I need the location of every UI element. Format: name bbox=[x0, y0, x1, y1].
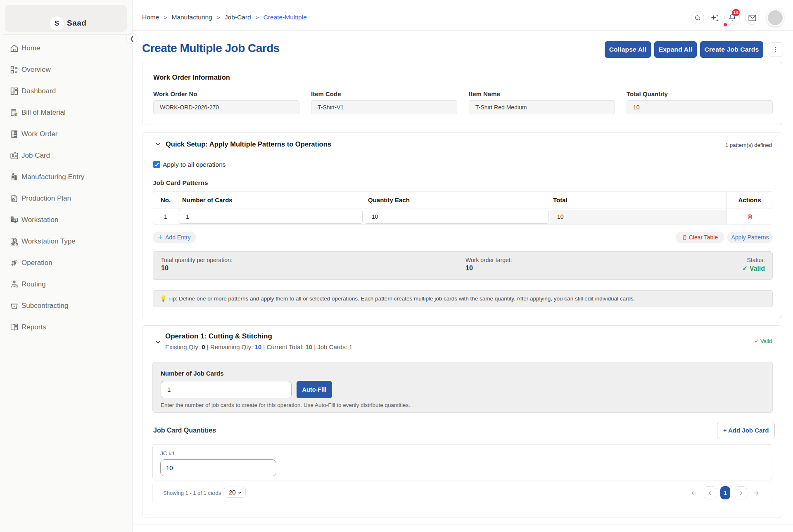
svg-text:$: $ bbox=[15, 113, 17, 116]
